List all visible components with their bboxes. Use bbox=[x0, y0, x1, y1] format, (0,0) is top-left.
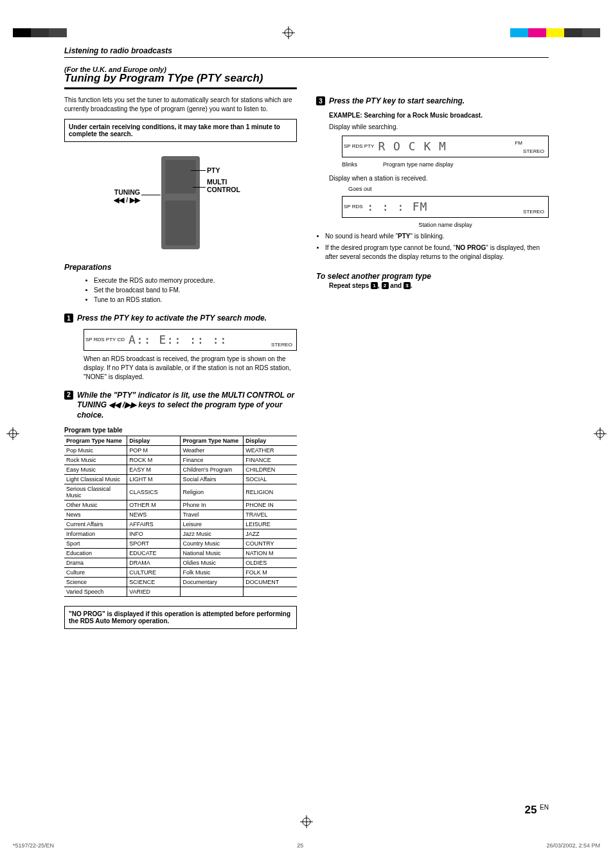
registration-mark-icon bbox=[281, 26, 296, 40]
lcd-stereo: STEREO bbox=[523, 209, 544, 215]
table-cell: Information bbox=[64, 529, 127, 539]
table-cell: SPORT bbox=[127, 539, 181, 549]
table-cell: Social Affairs bbox=[181, 475, 244, 484]
callout-line bbox=[193, 187, 206, 188]
step-2: 2 While the "PTY" indicator is lit, use … bbox=[64, 391, 297, 421]
step-text: Press the PTY key to start searching. bbox=[329, 96, 465, 107]
table-row: EducationEDUCATENational MusicNATION M bbox=[64, 549, 297, 558]
label-multi-control: MULTI CONTROL bbox=[207, 178, 240, 193]
goes-out-caption: Goes out bbox=[348, 186, 549, 192]
table-row: Current AffairsAFFAIRSLeisureLEISURE bbox=[64, 520, 297, 529]
page-number: 25 EN bbox=[524, 804, 549, 817]
note-box-noprog: "NO PROG" is displayed if this operation… bbox=[64, 606, 297, 629]
table-row: Easy MusicEASY MChildren's ProgramCHILDR… bbox=[64, 465, 297, 475]
table-row: Pop MusicPOP MWeatherWEATHER bbox=[64, 446, 297, 456]
step-text: While the "PTY" indicator is lit, use th… bbox=[77, 391, 297, 421]
registration-mark-bottom bbox=[0, 815, 613, 829]
pty-table-heading: Program type table bbox=[64, 427, 297, 434]
step-1: 1 Press the PTY key to activate the PTY … bbox=[64, 314, 297, 324]
lcd-display-box: SP RDS PTY R O C K M FM STEREO bbox=[342, 136, 549, 157]
lcd-stereo: STEREO bbox=[523, 148, 544, 154]
color-bars-left bbox=[13, 28, 67, 37]
table-cell: Jazz Music bbox=[181, 529, 244, 539]
table-cell: Phone In bbox=[181, 500, 244, 510]
note-box-top: Under certain receiving conditions, it m… bbox=[64, 119, 297, 142]
table-cell: OTHER M bbox=[127, 500, 181, 510]
table-cell: CHILDREN bbox=[244, 465, 297, 475]
label-tuning: TUNING ◀◀ / ▶▶ bbox=[82, 188, 140, 204]
table-row: InformationINFOJazz MusicJAZZ bbox=[64, 529, 297, 539]
pty-header: Display bbox=[127, 436, 181, 446]
example-heading: EXAMPLE: Searching for a Rock Music broa… bbox=[329, 112, 549, 119]
table-cell: Light Classical Music bbox=[64, 475, 127, 484]
caption-ptname: Program type name display bbox=[383, 161, 454, 168]
table-cell: FINANCE bbox=[244, 456, 297, 465]
table-row: Rock MusicROCK MFinanceFINANCE bbox=[64, 456, 297, 465]
table-cell: NATION M bbox=[244, 549, 297, 558]
table-cell: SCIENCE bbox=[127, 578, 181, 587]
table-cell: JAZZ bbox=[244, 529, 297, 539]
caption-blinks: Blinks bbox=[342, 161, 357, 168]
table-cell: WEATHER bbox=[244, 446, 297, 456]
lcd-indicators: SP RDS PTY CD bbox=[85, 337, 125, 342]
table-row: Varied SpeechVARIED bbox=[64, 587, 297, 597]
table-cell: POP M bbox=[127, 446, 181, 456]
footer-row: *5197/22-25/EN 25 26/03/2002, 2:54 PM bbox=[0, 842, 613, 849]
left-column: (For the U.K. and Europe only) Tuning by… bbox=[64, 66, 297, 637]
remote-figure: TUNING ◀◀ / ▶▶ PTY MULTI CONTROL bbox=[64, 151, 297, 254]
table-cell: EASY M bbox=[127, 465, 181, 475]
pty-header: Program Type Name bbox=[64, 436, 127, 446]
title-large: Tuning by Program TYpe (PTY search) bbox=[64, 72, 297, 85]
table-cell: Rock Music bbox=[64, 456, 127, 465]
note-item: No sound is heard while "PTY" is blinkin… bbox=[325, 232, 549, 241]
table-cell: EDUCATE bbox=[127, 549, 181, 558]
footer-right: 26/03/2002, 2:54 PM bbox=[546, 842, 600, 849]
callout-line bbox=[191, 170, 206, 171]
table-row: ScienceSCIENCEDocumentaryDOCUMENT bbox=[64, 578, 297, 587]
table-cell: Current Affairs bbox=[64, 520, 127, 529]
table-cell: Drama bbox=[64, 558, 127, 568]
footer-center: 25 bbox=[297, 842, 303, 849]
table-cell: CLASSICS bbox=[127, 484, 181, 500]
table-cell: Other Music bbox=[64, 500, 127, 510]
table-cell: FOLK M bbox=[244, 568, 297, 578]
table-row: Serious Classical MusicCLASSICSReligionR… bbox=[64, 484, 297, 500]
table-cell: SOCIAL bbox=[244, 475, 297, 484]
table-cell: PHONE IN bbox=[244, 500, 297, 510]
table-cell: Folk Music bbox=[181, 568, 244, 578]
lcd-indicators: SP RDS bbox=[344, 204, 363, 209]
color-bars-right bbox=[510, 28, 600, 37]
section-heading: Listening to radio broadcasts bbox=[64, 46, 549, 58]
note-item: If the desired program type cannot be fo… bbox=[325, 244, 549, 261]
prep-item: Execute the RDS auto memory procedure. bbox=[94, 276, 297, 285]
display-received-caption: Display when a station is received. bbox=[329, 174, 549, 183]
table-cell: Oldies Music bbox=[181, 558, 244, 568]
table-row: CultureCULTUREFolk MusicFOLK M bbox=[64, 568, 297, 578]
after-step1-text: When an RDS broadcast is received, the p… bbox=[84, 355, 297, 382]
table-cell: Religion bbox=[181, 484, 244, 500]
table-cell: DOCUMENT bbox=[244, 578, 297, 587]
table-cell: CULTURE bbox=[127, 568, 181, 578]
table-cell: VARIED bbox=[127, 587, 181, 597]
table-cell: Weather bbox=[181, 446, 244, 456]
table-row: Other MusicOTHER MPhone InPHONE IN bbox=[64, 500, 297, 510]
table-cell bbox=[244, 587, 297, 597]
footer-left: *5197/22-25/EN bbox=[13, 842, 54, 849]
table-cell: Pop Music bbox=[64, 446, 127, 456]
lcd-display-box: SP RDS PTY CD A:: E:: :: :: STEREO bbox=[84, 329, 297, 351]
table-cell: Country Music bbox=[181, 539, 244, 549]
preparations-heading: Preparations bbox=[64, 263, 297, 272]
table-row: Light Classical MusicLIGHT MSocial Affai… bbox=[64, 475, 297, 484]
prep-item: Tune to an RDS station. bbox=[94, 295, 297, 305]
pty-table: Program Type Name Display Program Type N… bbox=[64, 436, 297, 597]
table-cell: Finance bbox=[181, 456, 244, 465]
callout-line bbox=[141, 195, 161, 195]
registration-row-top bbox=[0, 26, 613, 40]
lcd-segment: R O C K M bbox=[378, 139, 447, 153]
table-cell: Serious Classical Music bbox=[64, 484, 127, 500]
lcd-segment: : : : FM bbox=[367, 200, 428, 213]
table-row: DramaDRAMAOldies MusicOLDIES bbox=[64, 558, 297, 568]
table-cell: Culture bbox=[64, 568, 127, 578]
repeat-steps-line: Repeat steps 1, 2 and 3. bbox=[329, 282, 549, 290]
table-cell: INFO bbox=[127, 529, 181, 539]
